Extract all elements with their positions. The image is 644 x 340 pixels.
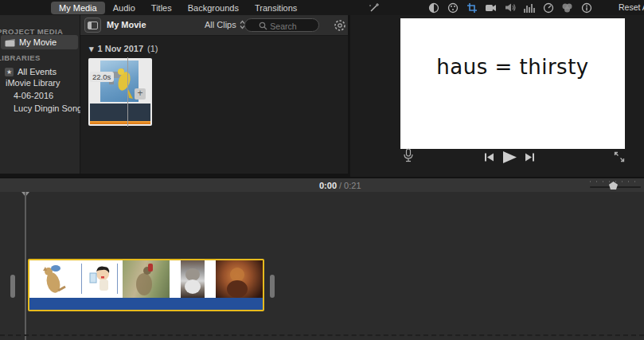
add-to-timeline-button[interactable]: + [135,88,146,100]
viewer-pane: haus = thirsty [350,15,644,177]
search-input[interactable] [245,19,322,33]
sidebar-item-my-movie[interactable]: My Movie [1,35,78,49]
stabilization-camera-icon[interactable] [485,2,497,14]
trim-handle-left[interactable] [10,275,15,298]
total-duration: 0:21 [344,181,361,190]
voiceover-mic-icon[interactable] [403,148,414,163]
filmstrip-frame-4 [170,260,217,298]
tab-backgrounds[interactable]: Backgrounds [180,2,247,14]
sidebar-item-label: All Events [18,67,57,76]
title-card-text: haus = thirsty [400,55,625,79]
timeline-pane [0,192,644,340]
sidebar-item-4-06-2016[interactable]: 4-06-2016 [14,91,53,100]
disclosure-triangle-icon[interactable]: ▾ [89,44,94,54]
browser-clip[interactable]: 22.0s + [88,58,152,126]
next-frame-button[interactable] [525,152,535,162]
zoom-slider-ticks [590,181,641,182]
previous-frame-button[interactable] [484,152,494,162]
tab-my-media[interactable]: My Media [51,2,105,14]
clip-filter-icon[interactable] [561,2,573,14]
speed-icon[interactable] [542,2,554,14]
enhance-wand-icon[interactable] [368,2,380,14]
viewer-canvas: haus = thirsty [400,18,625,149]
volume-icon[interactable] [504,2,516,14]
filmstrip-frame-1 [29,260,76,298]
clip-audio-track [29,298,263,310]
viewer-adjust-toolbar [427,2,592,14]
libraries-heading: LIBRARIES [0,53,41,62]
media-browser: My Movie All Clips ▾ 1 Nov 2017 (1) [80,15,348,174]
noise-reduction-icon[interactable] [523,2,535,14]
clip-filter-dropdown[interactable]: All Clips [205,20,245,29]
clapboard-icon [5,38,15,47]
clip-filter-label: All Clips [205,20,236,29]
clip-duration-badge: 22.0s [89,72,114,82]
sidebar-item-all-events[interactable]: ★ All Events [1,64,78,79]
imovie-window: My Media Audio Titles Backgrounds Transi… [0,0,644,340]
browser-title: My Movie [107,20,146,29]
skimmer-playhead[interactable] [127,57,128,127]
zoom-slider-thumb[interactable] [609,182,618,190]
fullscreen-icon[interactable] [613,150,626,163]
time-counter: 0:00/0:21 [319,181,361,190]
timeline-bottom-divider [0,334,644,336]
filmstrip-frame-3 [123,260,170,298]
search-field[interactable] [244,18,319,32]
libraries-sidebar: PROJECT MEDIA My Movie LIBRARIES ★ All E… [0,15,80,174]
tab-audio[interactable]: Audio [105,2,143,14]
timeline-clip-selected[interactable] [28,259,264,311]
tab-titles[interactable]: Titles [143,2,180,14]
media-tabbar: My Media Audio Titles Backgrounds Transi… [0,0,644,15]
transport-controls [484,150,535,164]
sidebar-item-lucy-dingin-song[interactable]: Lucy Dingin Song [14,104,82,113]
browser-header: My Movie All Clips [80,15,348,36]
color-correction-icon[interactable] [447,2,459,14]
current-time: 0:00 [319,181,337,190]
info-icon[interactable] [580,2,592,14]
filmstrip-frame-5 [216,260,263,298]
group-count: (1) [147,44,158,54]
tab-transitions[interactable]: Transitions [247,2,305,14]
reset-all-button[interactable]: Reset All [619,2,644,12]
sidebar-item-imovie-library[interactable]: iMovie Library [6,78,60,88]
star-icon: ★ [5,68,14,76]
clip-audio-waveform [90,104,150,124]
clip-filmstrip [29,260,263,298]
filmstrip-frame-2 [76,260,123,298]
playhead-line[interactable] [25,192,26,340]
play-button[interactable] [502,150,517,164]
settings-icon[interactable] [334,19,346,32]
sidebar-toggle-button[interactable] [84,18,101,33]
group-date: 1 Nov 2017 [98,44,143,54]
sidebar-item-label: My Movie [19,37,57,47]
crop-icon[interactable] [466,2,478,14]
timeline-toolbar: 0:00/0:21 [0,177,644,192]
clip-group-header[interactable]: ▾ 1 Nov 2017 (1) [89,44,158,54]
trim-handle-right[interactable] [270,275,275,298]
color-balance-icon[interactable] [427,2,439,14]
time-separator: / [337,181,344,190]
